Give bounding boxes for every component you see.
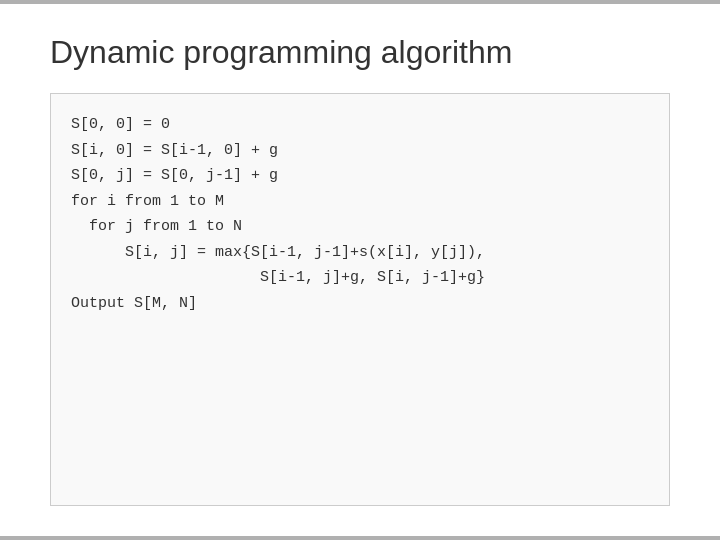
code-line-3: S[0, j] = S[0, j-1] + g xyxy=(71,163,649,189)
code-line-1: S[0, 0] = 0 xyxy=(71,112,649,138)
code-line-5: for j from 1 to N xyxy=(71,214,649,240)
code-line-7: S[i-1, j]+g, S[i, j-1]+g} xyxy=(71,265,649,291)
bottom-border xyxy=(0,536,720,540)
content: Dynamic programming algorithm S[0, 0] = … xyxy=(0,4,720,536)
code-line-2: S[i, 0] = S[i-1, 0] + g xyxy=(71,138,649,164)
code-line-6: S[i, j] = max{S[i-1, j-1]+s(x[i], y[j]), xyxy=(71,240,649,266)
page-title: Dynamic programming algorithm xyxy=(50,34,670,71)
page: Dynamic programming algorithm S[0, 0] = … xyxy=(0,0,720,540)
code-line-4: for i from 1 to M xyxy=(71,189,649,215)
code-line-9: Output S[M, N] xyxy=(71,291,649,317)
code-block: S[0, 0] = 0 S[i, 0] = S[i-1, 0] + g S[0,… xyxy=(50,93,670,506)
